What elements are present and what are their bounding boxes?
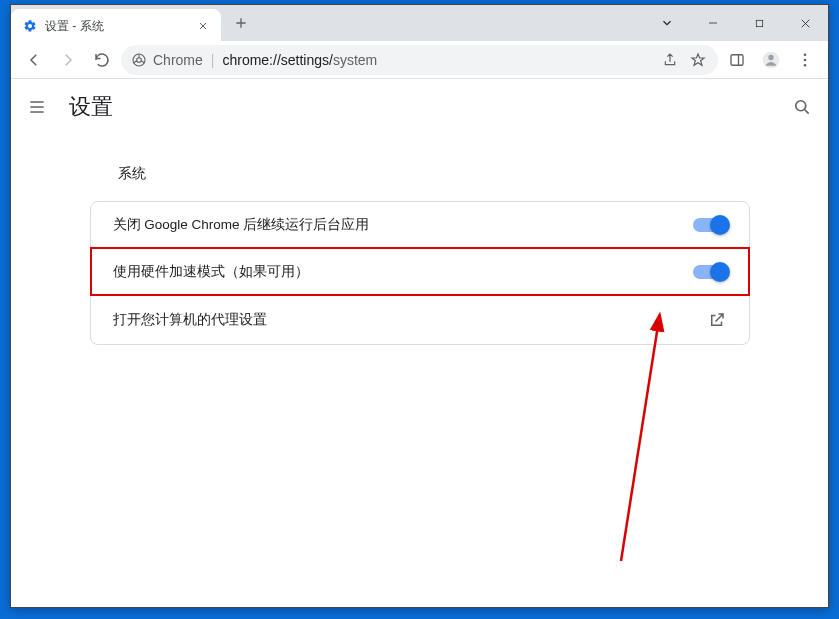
- svg-point-7: [804, 58, 807, 61]
- toggle-switch[interactable]: [693, 218, 727, 232]
- url-separator: |: [211, 52, 215, 68]
- setting-row-background-apps[interactable]: 关闭 Google Chrome 后继续运行后台应用: [91, 202, 749, 248]
- toggle-switch[interactable]: [693, 265, 727, 279]
- svg-rect-0: [756, 20, 762, 26]
- bookmark-icon[interactable]: [688, 45, 708, 75]
- chrome-icon: [131, 52, 147, 68]
- menu-icon[interactable]: [25, 95, 49, 119]
- browser-toolbar: Chrome | chrome://settings/system: [11, 41, 828, 79]
- close-window-button[interactable]: [782, 5, 828, 41]
- address-bar[interactable]: Chrome | chrome://settings/system: [121, 45, 718, 75]
- setting-label: 打开您计算机的代理设置: [113, 311, 707, 329]
- back-button[interactable]: [19, 45, 49, 75]
- site-name: Chrome: [153, 52, 203, 68]
- svg-point-9: [796, 101, 806, 111]
- svg-line-10: [621, 319, 659, 561]
- share-icon[interactable]: [660, 45, 680, 75]
- active-tab[interactable]: 设置 - 系统: [11, 9, 221, 43]
- page-title: 设置: [69, 92, 113, 122]
- setting-label: 关闭 Google Chrome 后继续运行后台应用: [113, 216, 693, 234]
- chevron-down-icon[interactable]: [644, 5, 690, 41]
- svg-point-2: [137, 57, 142, 62]
- url-text: chrome://settings/system: [222, 52, 377, 68]
- gear-icon: [23, 19, 37, 33]
- profile-icon[interactable]: [756, 45, 786, 75]
- setting-row-proxy-settings[interactable]: 打开您计算机的代理设置: [91, 295, 749, 344]
- forward-button[interactable]: [53, 45, 83, 75]
- setting-row-hardware-acceleration[interactable]: 使用硬件加速模式（如果可用）: [91, 248, 749, 295]
- side-panel-icon[interactable]: [722, 45, 752, 75]
- minimize-button[interactable]: [690, 5, 736, 41]
- section-title: 系统: [90, 155, 750, 201]
- annotation-arrow: [611, 311, 691, 571]
- tab-title: 设置 - 系统: [45, 18, 187, 35]
- search-icon[interactable]: [790, 95, 814, 119]
- new-tab-button[interactable]: [227, 5, 255, 41]
- tab-strip: 设置 - 系统: [11, 5, 828, 41]
- external-link-icon: [707, 310, 727, 330]
- svg-point-8: [804, 63, 807, 66]
- svg-rect-3: [731, 54, 743, 65]
- browser-menu-icon[interactable]: [790, 45, 820, 75]
- reload-button[interactable]: [87, 45, 117, 75]
- browser-window: 设置 - 系统 C: [10, 4, 829, 608]
- setting-label: 使用硬件加速模式（如果可用）: [113, 263, 693, 281]
- svg-point-6: [804, 53, 807, 56]
- window-controls: [644, 5, 828, 41]
- maximize-button[interactable]: [736, 5, 782, 41]
- svg-point-5: [768, 54, 773, 59]
- close-tab-icon[interactable]: [195, 18, 211, 34]
- settings-page: 设置 系统 关闭 Google Chrome 后继续运行后台应用 使用硬件加速模…: [11, 79, 828, 607]
- site-identity: Chrome: [131, 52, 203, 68]
- settings-appbar: 设置: [11, 79, 828, 135]
- settings-card: 关闭 Google Chrome 后继续运行后台应用 使用硬件加速模式（如果可用…: [90, 201, 750, 345]
